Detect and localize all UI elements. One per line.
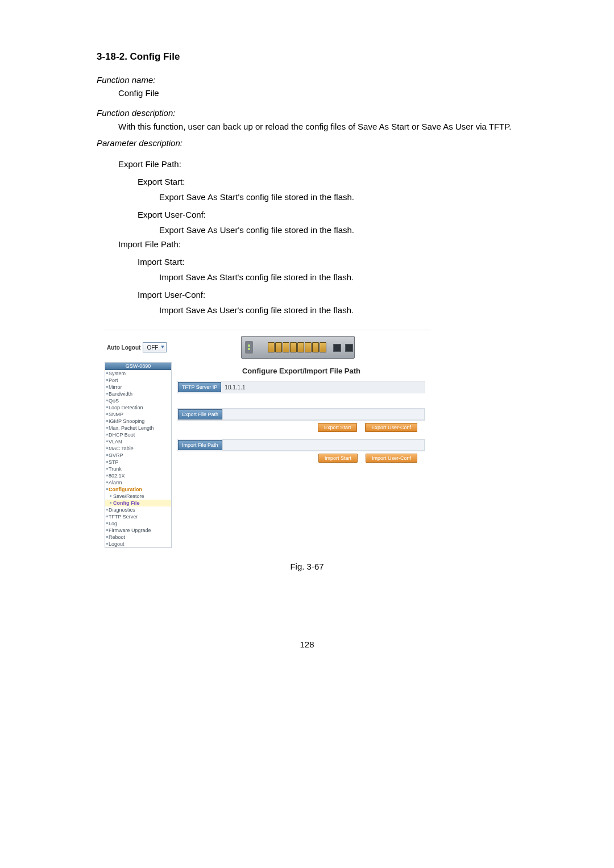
device-graphic <box>241 336 355 359</box>
device-led-panel <box>245 341 253 354</box>
sidebar-item-loop-detection[interactable]: Loop Detection <box>105 404 171 411</box>
tftp-server-ip-value[interactable]: 10.1.1.1 <box>221 384 245 391</box>
export-user-conf-button[interactable]: Export User-Conf <box>365 423 417 432</box>
sidebar-item-logout[interactable]: Logout <box>105 541 171 547</box>
tftp-server-ip-label: TFTP Server IP <box>178 382 221 392</box>
export-start-heading: Export Start: <box>138 177 517 186</box>
import-start-desc: Import Save As Start's config file store… <box>159 272 517 282</box>
sidebar-item-diagnostics[interactable]: Diagnostics <box>105 506 171 513</box>
function-description-text: With this function, user can back up or … <box>118 121 517 132</box>
sidebar-item-igmp-snooping[interactable]: IGMP Snooping <box>105 418 171 425</box>
import-file-path-label: Import File Path <box>178 440 222 450</box>
export-start-button[interactable]: Export Start <box>318 423 358 432</box>
sidebar-item-port[interactable]: Port <box>105 377 171 384</box>
sidebar-item-tftp-server[interactable]: TFTP Server <box>105 513 171 520</box>
export-file-path-label: Export File Path <box>178 409 222 420</box>
sidebar-item-mirror[interactable]: Mirror <box>105 384 171 391</box>
sidebar-item-bandwidth[interactable]: Bandwidth <box>105 391 171 397</box>
sidebar-item-stp[interactable]: STP <box>105 459 171 466</box>
import-user-conf-heading: Import User-Conf: <box>138 290 517 300</box>
figure-caption: Fig. 3-67 <box>97 562 517 571</box>
sidebar-item-config-file[interactable]: Config File <box>105 500 171 506</box>
export-file-path-input[interactable] <box>222 409 425 420</box>
sidebar-item-alarm[interactable]: Alarm <box>105 479 171 486</box>
main-title: Configure Export/Import File Path <box>177 367 425 375</box>
import-user-conf-desc: Import Save As User's config file stored… <box>159 305 517 315</box>
sidebar-header: GSW-0890 <box>105 363 171 370</box>
sidebar-item-configuration[interactable]: Configuration <box>105 486 171 493</box>
sidebar-item-gvrp[interactable]: GVRP <box>105 452 171 459</box>
export-file-path-heading: Export File Path: <box>118 159 517 169</box>
export-user-conf-heading: Export User-Conf: <box>138 210 517 219</box>
auto-logout-label: Auto Logout <box>107 344 140 351</box>
section-title: 3-18-2. Config File <box>97 51 517 63</box>
sidebar-item-system[interactable]: System <box>105 370 171 377</box>
import-file-path-heading: Import File Path: <box>118 239 517 249</box>
sidebar-item-trunk[interactable]: Trunk <box>105 466 171 472</box>
auto-logout-select[interactable]: OFF <box>143 342 167 352</box>
export-start-desc: Export Save As Start's config file store… <box>159 192 517 202</box>
sidebar: GSW-0890 System Port Mirror Bandwidth Qo… <box>105 362 172 548</box>
sidebar-item-max-packet-length[interactable]: Max. Packet Length <box>105 425 171 431</box>
import-file-path-input[interactable] <box>222 439 425 451</box>
sidebar-item-firmware-upgrade[interactable]: Firmware Upgrade <box>105 527 171 534</box>
import-start-button[interactable]: Import Start <box>318 454 358 463</box>
function-name-label: Function name: <box>97 75 517 85</box>
sidebar-item-mac-table[interactable]: MAC Table <box>105 445 171 452</box>
import-start-heading: Import Start: <box>138 257 517 267</box>
embedded-screenshot: Auto Logout OFF <box>105 330 431 551</box>
sidebar-item-snmp[interactable]: SNMP <box>105 411 171 418</box>
sidebar-item-vlan[interactable]: VLAN <box>105 438 171 445</box>
page-number: 128 <box>97 639 517 649</box>
sidebar-item-reboot[interactable]: Reboot <box>105 534 171 541</box>
sidebar-item-log[interactable]: Log <box>105 520 171 527</box>
sidebar-item-dhcp-boot[interactable]: DHCP Boot <box>105 431 171 438</box>
sidebar-item-qos[interactable]: QoS <box>105 397 171 404</box>
sidebar-item-save-restore[interactable]: Save/Restore <box>105 493 171 500</box>
parameter-description-label: Parameter description: <box>97 138 517 148</box>
main-panel: Configure Export/Import File Path TFTP S… <box>172 362 431 548</box>
function-name-value: Config File <box>118 88 517 98</box>
sidebar-item-8021x[interactable]: 802.1X <box>105 472 171 479</box>
export-user-conf-desc: Export Save As User's config file stored… <box>159 225 517 235</box>
function-description-label: Function description: <box>97 108 517 118</box>
import-user-conf-button[interactable]: Import User-Conf <box>366 454 417 463</box>
